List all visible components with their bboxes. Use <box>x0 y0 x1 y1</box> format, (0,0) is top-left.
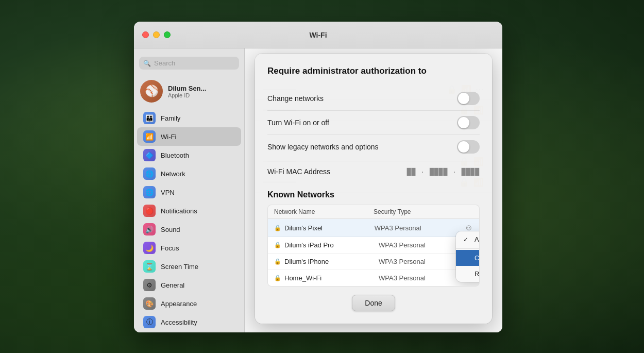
title-bar: Wi-Fi <box>134 22 502 48</box>
screentime-icon: ⌛ <box>143 260 156 273</box>
toggle-legacy[interactable] <box>457 140 480 154</box>
sidebar-item-appearance[interactable]: 🎨Appearance <box>137 294 241 313</box>
lock-icon: 🔒 <box>274 275 281 281</box>
toggle-thumb-change_networks <box>458 93 469 104</box>
focus-icon: 🌙 <box>143 242 156 254</box>
mac-value: ██ · ████ · ████ <box>407 168 480 176</box>
network-name-ipadpro: Dilum's iPad Pro <box>284 241 379 249</box>
window-body: 🔍 ⚾ Dilum Sen... Apple ID 👪Family📶Wi-Fi🔷… <box>134 48 502 332</box>
sidebar-item-focus[interactable]: 🌙Focus <box>137 239 241 257</box>
network-name-homewifi: Home_Wi-Fi <box>284 274 379 282</box>
networks-table: Network Name Security Type 🔒Dilum's Pixe… <box>267 205 480 287</box>
row-label-legacy: Show legacy networks and options <box>267 143 379 151</box>
sidebar-item-vpn[interactable]: 🌐VPN <box>137 183 241 201</box>
sidebar-item-network[interactable]: 🌐Network <box>137 164 241 183</box>
column-header-security: Security Type <box>374 208 473 215</box>
sidebar-item-accessibility[interactable]: ⓘAccessibility <box>137 313 241 331</box>
sidebar-item-label-accessibility: Accessibility <box>161 318 197 326</box>
mac-address-row: Wi-Fi MAC Address ██ · ████ · ████ <box>267 161 480 182</box>
network-row-pixel[interactable]: 🔒Dilum's PixelWPA3 Personal☺✓Auto-JoinCo… <box>268 219 479 237</box>
network-icon: 🌐 <box>143 167 156 180</box>
sidebar-item-controlcenter[interactable]: ▦Control Center <box>137 331 241 332</box>
sidebar: 🔍 ⚾ Dilum Sen... Apple ID 👪Family📶Wi-Fi🔷… <box>134 48 245 332</box>
sidebar-item-label-appearance: Appearance <box>161 300 197 308</box>
notifications-icon: 🔴 <box>143 205 156 217</box>
network-security-pixel: WPA3 Personal <box>375 224 465 232</box>
context-menu: ✓Auto-JoinCopy PasswordRemove From List <box>456 231 480 282</box>
toggle-turn_wifi[interactable] <box>457 116 480 129</box>
sidebar-item-label-focus: Focus <box>161 244 179 252</box>
network-row-ipadpro[interactable]: 🔒Dilum's iPad ProWPA3 Personal <box>268 237 479 254</box>
context-item-removefromlist[interactable]: Remove From List <box>456 266 480 282</box>
sidebar-item-label-bluetooth: Bluetooth <box>161 152 189 159</box>
modal-row-legacy: Show legacy networks and options <box>267 135 480 159</box>
maximize-button[interactable] <box>164 31 171 38</box>
general-icon: ⚙ <box>143 279 156 291</box>
traffic-lights <box>142 31 171 38</box>
network-name-pixel: Dilum's Pixel <box>284 224 375 232</box>
context-label-autojoin: Auto-Join <box>474 236 480 243</box>
context-item-copypassword[interactable]: Copy Password <box>456 250 480 266</box>
search-icon: 🔍 <box>143 60 151 67</box>
row-label-change_networks: Change networks <box>267 94 324 103</box>
search-box[interactable]: 🔍 <box>139 57 239 70</box>
sidebar-item-label-notifications: Notifications <box>161 207 197 215</box>
toggle-change_networks[interactable] <box>457 92 480 105</box>
modal-footer: Done <box>267 295 480 311</box>
accessibility-icon: ⓘ <box>143 316 156 328</box>
sidebar-item-label-vpn: VPN <box>161 189 175 196</box>
network-rows: 🔒Dilum's PixelWPA3 Personal☺✓Auto-JoinCo… <box>268 219 479 286</box>
appearance-icon: 🎨 <box>143 297 156 310</box>
close-button[interactable] <box>142 31 149 38</box>
minimize-button[interactable] <box>153 31 160 38</box>
done-button[interactable]: Done <box>352 295 395 311</box>
sidebar-item-label-general: General <box>161 281 184 289</box>
lock-icon: 🔒 <box>274 258 281 265</box>
sidebar-item-wifi[interactable]: 📶Wi-Fi <box>137 127 241 146</box>
sidebar-item-family[interactable]: 👪Family <box>137 109 241 127</box>
user-profile[interactable]: ⚾ Dilum Sen... Apple ID <box>134 76 244 109</box>
network-row-homewifi[interactable]: 🔒Home_Wi-FiWPA3 Personal <box>268 270 479 286</box>
sidebar-item-label-family: Family <box>161 114 180 122</box>
mac-label: Wi-Fi MAC Address <box>267 167 330 176</box>
avatar: ⚾ <box>140 80 163 103</box>
sidebar-item-bluetooth[interactable]: 🔷Bluetooth <box>137 146 241 164</box>
context-divider <box>456 248 480 249</box>
vpn-icon: 🌐 <box>143 186 156 198</box>
lock-icon: 🔒 <box>274 225 281 231</box>
modal-row-change_networks: Change networks <box>267 87 480 111</box>
row-label-turn_wifi: Turn Wi-Fi on or off <box>267 119 329 127</box>
user-name: Dilum Sen... <box>168 85 206 92</box>
sidebar-item-notifications[interactable]: 🔴Notifications <box>137 201 241 220</box>
window-title: Wi-Fi <box>309 31 327 39</box>
sidebar-item-label-network: Network <box>161 170 185 178</box>
context-label-copypassword: Copy Password <box>474 254 480 262</box>
sidebar-section-main: 👪Family📶Wi-Fi🔷Bluetooth🌐Network🌐VPN🔴Noti… <box>134 109 244 332</box>
main-content: ━━━━━━━━ 🔒📶⋯ ━━━━━━━━ 🔒📶 <box>245 48 502 332</box>
toggle-thumb-turn_wifi <box>458 117 469 128</box>
modal-rows: Change networksTurn Wi-Fi on or offShow … <box>267 87 480 159</box>
sidebar-item-sound[interactable]: 🔊Sound <box>137 220 241 239</box>
context-item-autojoin[interactable]: ✓Auto-Join <box>456 231 480 247</box>
wifi-icon: 📶 <box>143 130 156 143</box>
column-header-name: Network Name <box>274 208 374 215</box>
family-icon: 👪 <box>143 112 156 124</box>
modal-title: Require administrator authorization to <box>267 66 480 76</box>
bluetooth-icon: 🔷 <box>143 149 156 161</box>
search-input[interactable] <box>154 59 235 67</box>
sidebar-item-general[interactable]: ⚙General <box>137 276 241 294</box>
network-name-iphone: Dilum's iPhone <box>284 258 379 265</box>
user-subtitle: Apple ID <box>168 92 206 98</box>
toggle-thumb-legacy <box>458 141 469 153</box>
sound-icon: 🔊 <box>143 223 156 236</box>
modal-row-turn_wifi: Turn Wi-Fi on or off <box>267 111 480 135</box>
network-row-iphone[interactable]: 🔒Dilum's iPhoneWPA3 Personal <box>268 254 479 270</box>
sidebar-item-label-screentime: Screen Time <box>161 263 198 271</box>
sidebar-item-screentime[interactable]: ⌛Screen Time <box>137 257 241 276</box>
lock-icon: 🔒 <box>274 242 281 248</box>
known-networks-title: Known Networks <box>267 190 480 199</box>
table-header: Network Name Security Type <box>268 205 479 219</box>
sidebar-item-label-sound: Sound <box>161 226 180 233</box>
sidebar-item-label-wifi: Wi-Fi <box>161 133 176 141</box>
context-check-autojoin: ✓ <box>463 236 470 243</box>
